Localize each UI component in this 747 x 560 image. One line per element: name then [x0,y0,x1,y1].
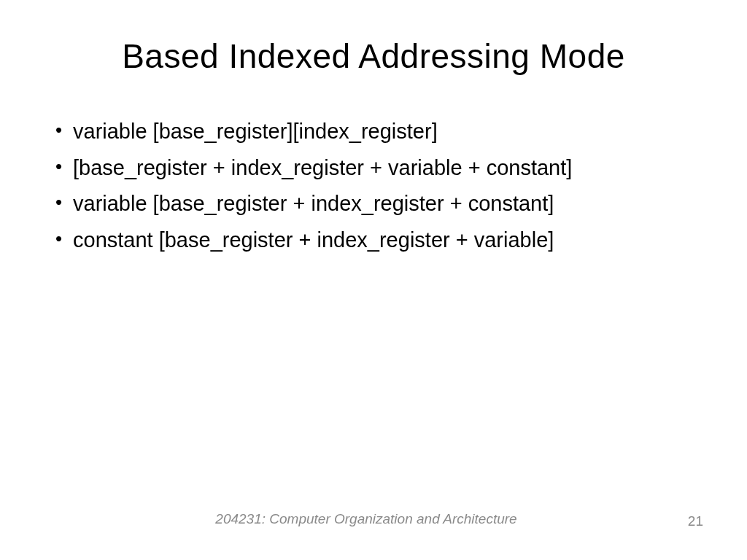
footer-text: 204231: Computer Organization and Archit… [44,511,689,527]
bullet-list: variable [base_register][index_register]… [51,116,703,256]
slide-footer: 204231: Computer Organization and Archit… [44,511,703,531]
slide-title: Based Indexed Addressing Mode [44,36,703,76]
bullet-item: variable [base_register][index_register] [51,116,703,148]
bullet-item: variable [base_register + index_register… [51,188,703,220]
page-number: 21 [688,513,703,529]
slide-content: variable [base_register][index_register]… [44,116,703,511]
slide-container: Based Indexed Addressing Mode variable [… [0,0,747,560]
bullet-item: constant [base_register + index_register… [51,225,703,257]
bullet-item: [base_register + index_register + variab… [51,152,703,184]
